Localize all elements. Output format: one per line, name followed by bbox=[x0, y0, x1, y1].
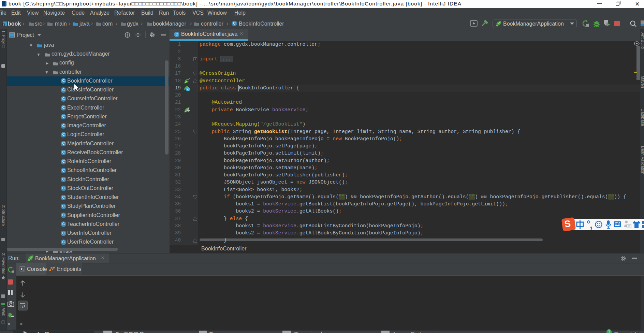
svg-text:22: 22 bbox=[628, 225, 631, 228]
svg-text:c: c bbox=[187, 88, 189, 91]
